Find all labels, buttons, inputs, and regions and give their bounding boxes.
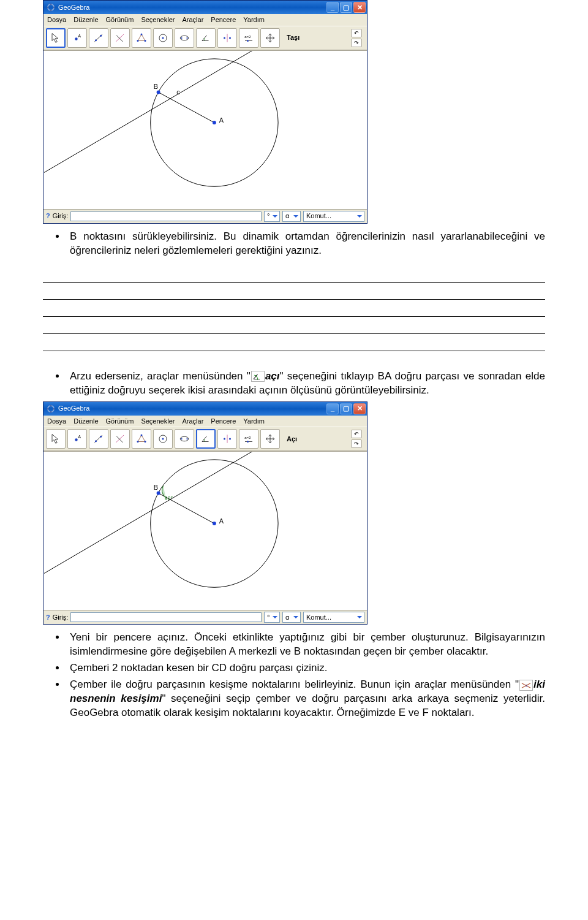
blank-line: [43, 338, 545, 351]
tool-perpendicular[interactable]: [110, 28, 130, 48]
drawing-canvas[interactable]: A B c: [43, 50, 367, 210]
tool-conic[interactable]: [175, 429, 194, 449]
toolbar: A a=2 Açı ↶ ↷: [43, 427, 367, 451]
menu-options[interactable]: Seçenekler: [141, 15, 175, 25]
tool-reflect[interactable]: [217, 28, 237, 48]
svg-point-40: [95, 441, 97, 443]
tool-perpendicular[interactable]: [110, 429, 130, 449]
menu-edit[interactable]: Düzenle: [74, 15, 98, 25]
maximize-button[interactable]: ▢: [340, 403, 352, 414]
svg-text:A: A: [78, 33, 81, 37]
svg-point-17: [162, 37, 164, 39]
tool-move-view[interactable]: [260, 429, 280, 449]
para-1: B noktasını sürükleyebilirsiniz. Bu dina…: [70, 230, 545, 256]
help-icon[interactable]: ?: [46, 211, 50, 221]
tool-line[interactable]: [89, 429, 108, 449]
para-5a: Çember ile doğru parçasının kesişme nokt…: [70, 679, 519, 690]
window-title: GeoGebra: [58, 3, 325, 12]
menu-window[interactable]: Pencere: [211, 417, 236, 426]
menubar: Dosya Düzenle Görünüm Seçenekler Araçlar…: [43, 416, 367, 427]
menu-options[interactable]: Seçenekler: [141, 417, 175, 426]
label-c: c: [176, 88, 180, 96]
svg-line-60: [44, 452, 293, 573]
tool-line[interactable]: [89, 28, 108, 48]
tool-polygon[interactable]: [132, 429, 151, 449]
svg-point-5: [75, 37, 78, 40]
svg-point-33: [47, 408, 49, 409]
svg-point-30: [213, 121, 216, 124]
tool-slider[interactable]: a=2: [239, 28, 258, 48]
page: GeoGebra _ ▢ ✕ Dosya Düzenle Görünüm Seç…: [0, 0, 588, 761]
statusbar: ? Giriş: ° α Komut...: [43, 610, 367, 624]
tool-reflect[interactable]: [217, 429, 237, 449]
command-input[interactable]: [70, 612, 262, 622]
svg-point-62: [213, 522, 216, 526]
tool-angle[interactable]: [196, 28, 216, 48]
svg-line-10: [116, 34, 124, 42]
undo-icon[interactable]: ↶: [351, 29, 362, 37]
svg-point-31: [157, 90, 160, 94]
tool-move[interactable]: [46, 28, 66, 48]
alpha-select[interactable]: α: [282, 211, 301, 222]
tool-move-view[interactable]: [260, 28, 280, 48]
degree-select[interactable]: °: [264, 211, 280, 222]
maximize-button[interactable]: ▢: [340, 2, 352, 13]
close-button[interactable]: ✕: [353, 2, 366, 13]
tool-move[interactable]: [46, 429, 66, 449]
tool-label: Taşı: [287, 33, 300, 42]
geogebra-window-2: GeoGebra _ ▢ ✕ Dosya Düzenle Görünüm Seç…: [43, 401, 368, 625]
menu-view[interactable]: Görünüm: [106, 15, 134, 25]
menu-window[interactable]: Pencere: [211, 15, 236, 25]
titlebar: GeoGebra _ ▢ ✕: [43, 402, 367, 416]
command-input[interactable]: [70, 211, 262, 221]
degree-select[interactable]: °: [264, 612, 280, 623]
svg-line-29: [159, 92, 214, 123]
menu-tools[interactable]: Araçlar: [182, 15, 203, 25]
tool-angle[interactable]: [196, 429, 216, 449]
close-button[interactable]: ✕: [353, 403, 366, 414]
alpha-select[interactable]: α: [282, 612, 301, 623]
tool-circle[interactable]: [153, 28, 173, 48]
blank-line: [43, 303, 545, 317]
bullet-list-2: Arzu ederseniz, araçlar menüsünden "açı"…: [43, 370, 545, 398]
menu-edit[interactable]: Düzenle: [74, 417, 98, 426]
minimize-button[interactable]: _: [326, 403, 339, 414]
para-2a: Arzu ederseniz, araçlar menüsünden ": [70, 370, 251, 382]
tool-conic[interactable]: [175, 28, 194, 48]
undo-icon[interactable]: ↶: [351, 430, 362, 438]
svg-point-22: [224, 37, 225, 39]
svg-point-54: [224, 438, 225, 440]
menu-file[interactable]: Dosya: [47, 15, 66, 25]
command-select[interactable]: Komut...: [303, 211, 364, 222]
label-b: B: [154, 484, 158, 491]
tool-polygon[interactable]: [132, 28, 151, 48]
svg-point-37: [75, 439, 78, 442]
svg-point-34: [53, 408, 55, 409]
drawing-canvas[interactable]: A B 90°: [43, 451, 367, 610]
tool-point[interactable]: A: [67, 28, 87, 48]
help-icon[interactable]: ?: [46, 613, 50, 622]
svg-marker-12: [138, 34, 145, 41]
svg-point-8: [95, 39, 97, 41]
svg-text:a=2: a=2: [244, 35, 251, 39]
svg-point-2: [53, 7, 55, 9]
bullet-item: B noktasını sürükleyebilirsiniz. Bu dina…: [66, 230, 545, 258]
menu-help[interactable]: Yardım: [243, 417, 265, 426]
menu-help[interactable]: Yardım: [243, 15, 265, 25]
minimize-button[interactable]: _: [326, 2, 339, 13]
svg-point-51: [181, 438, 182, 439]
tool-point[interactable]: A: [67, 429, 87, 449]
menu-tools[interactable]: Araçlar: [182, 417, 203, 426]
input-label: Giriş:: [53, 211, 69, 221]
tool-slider[interactable]: a=2: [239, 429, 258, 449]
svg-point-4: [50, 10, 52, 12]
menu-view[interactable]: Görünüm: [106, 417, 134, 426]
redo-icon[interactable]: ↷: [351, 439, 362, 448]
command-select[interactable]: Komut...: [303, 612, 364, 623]
menu-file[interactable]: Dosya: [47, 417, 66, 426]
para-2b: açı: [265, 370, 280, 382]
svg-point-13: [141, 33, 143, 35]
app-icon: [46, 2, 56, 12]
redo-icon[interactable]: ↷: [351, 39, 362, 47]
tool-circle[interactable]: [153, 429, 173, 449]
